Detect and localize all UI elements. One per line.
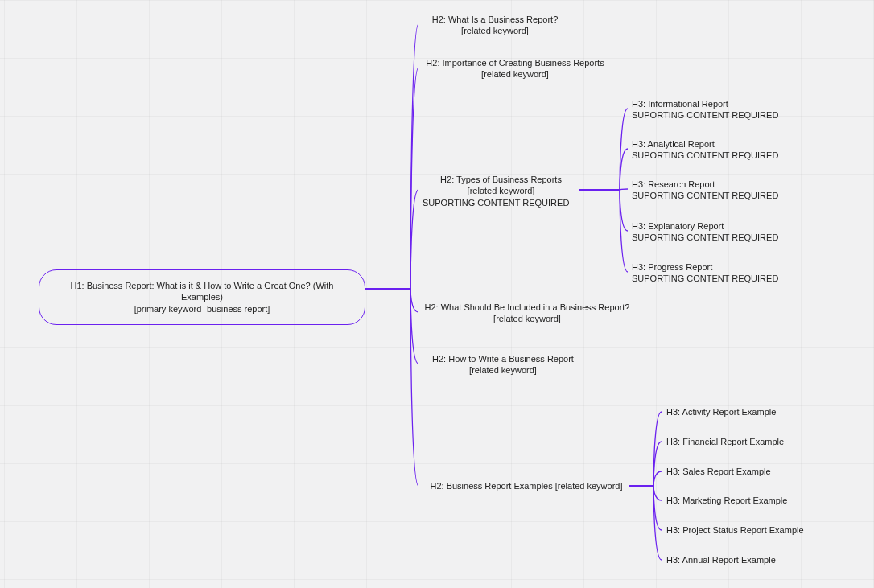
h3-node-annual-example[interactable]: H3: Annual Report Example <box>666 554 776 565</box>
h2-node-importance[interactable]: H2: Importance of Creating Business Repo… <box>423 57 608 80</box>
node-title: H3: Explanatory Report <box>632 220 778 232</box>
node-note: SUPORTING CONTENT REQUIRED <box>632 190 778 201</box>
h3-node-project-status-example[interactable]: H3: Project Status Report Example <box>666 524 804 536</box>
h3-node-activity-example[interactable]: H3: Activity Report Example <box>666 406 776 417</box>
node-title: H3: Research Report <box>632 179 778 190</box>
node-note: SUPORTING CONTENT REQUIRED <box>632 109 778 121</box>
node-title: H3: Financial Report Example <box>666 436 784 447</box>
node-title: H3: Activity Report Example <box>666 406 776 417</box>
node-title: H3: Project Status Report Example <box>666 524 804 536</box>
node-subtitle: [related keyword] <box>423 25 567 36</box>
h3-node-explanatory[interactable]: H3: Explanatory Report SUPORTING CONTENT… <box>632 220 778 244</box>
node-title: H3: Informational Report <box>632 98 778 109</box>
h3-node-progress[interactable]: H3: Progress Report SUPORTING CONTENT RE… <box>632 261 778 285</box>
h3-node-research[interactable]: H3: Research Report SUPORTING CONTENT RE… <box>632 179 778 202</box>
root-subtitle: [primary keyword -business report] <box>57 303 347 315</box>
node-title: H2: Types of Business Reports <box>423 174 579 185</box>
root-title: H1: Business Report: What is it & How to… <box>57 280 347 303</box>
h3-node-sales-example[interactable]: H3: Sales Report Example <box>666 466 771 477</box>
node-title: H2: How to Write a Business Report <box>423 353 583 364</box>
node-title: H2: Importance of Creating Business Repo… <box>423 57 608 68</box>
node-title: H3: Annual Report Example <box>666 554 776 565</box>
node-note: SUPORTING CONTENT REQUIRED <box>632 273 778 284</box>
node-note: SUPORTING CONTENT REQUIRED <box>423 197 579 208</box>
node-title: H2: What Should Be Included in a Busines… <box>423 302 632 313</box>
node-subtitle: [related keyword] <box>423 364 583 376</box>
node-title: H3: Marketing Report Example <box>666 495 787 506</box>
h2-node-types[interactable]: H2: Types of Business Reports [related k… <box>423 174 579 208</box>
h2-node-what-is[interactable]: H2: What Is a Business Report? [related … <box>423 14 567 37</box>
node-note: SUPORTING CONTENT REQUIRED <box>632 150 778 161</box>
h2-node-examples[interactable]: H2: Business Report Examples [related ke… <box>423 480 630 491</box>
node-title: H2: What Is a Business Report? <box>423 14 567 25</box>
node-title: H3: Progress Report <box>632 261 778 273</box>
node-note: SUPORTING CONTENT REQUIRED <box>632 232 778 243</box>
node-subtitle: [related keyword] <box>423 185 579 196</box>
node-subtitle: [related keyword] <box>423 68 608 80</box>
h2-node-how-to-write[interactable]: H2: How to Write a Business Report [rela… <box>423 353 583 376</box>
node-subtitle: [related keyword] <box>423 313 632 324</box>
node-title: H3: Sales Report Example <box>666 466 771 477</box>
h3-node-informational[interactable]: H3: Informational Report SUPORTING CONTE… <box>632 98 778 121</box>
node-title: H2: Business Report Examples [related ke… <box>423 480 630 491</box>
node-title: H3: Analytical Report <box>632 138 778 150</box>
h3-node-analytical[interactable]: H3: Analytical Report SUPORTING CONTENT … <box>632 138 778 162</box>
root-node-h1[interactable]: H1: Business Report: What is it & How to… <box>39 269 365 325</box>
h3-node-financial-example[interactable]: H3: Financial Report Example <box>666 436 784 447</box>
h3-node-marketing-example[interactable]: H3: Marketing Report Example <box>666 495 787 506</box>
h2-node-included[interactable]: H2: What Should Be Included in a Busines… <box>423 302 632 325</box>
